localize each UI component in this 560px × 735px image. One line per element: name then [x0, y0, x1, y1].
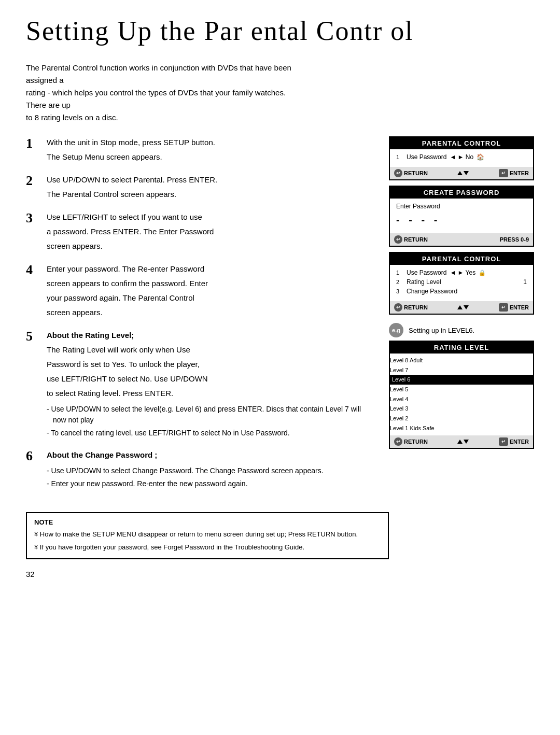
- down-arrow-icon-3: [464, 440, 469, 444]
- page-number: 32: [26, 570, 534, 578]
- panel3-row2-label: Rating Level: [407, 278, 441, 286]
- down-arrow-icon-2: [464, 305, 469, 309]
- enter-icon-3: ↵: [499, 437, 508, 446]
- step-3: 3 Use LEFT/RIGHT to select If you want t…: [26, 211, 373, 255]
- eg-row: e.g Setting up in LEVEL6.: [389, 323, 534, 337]
- panel3-title: PARENTAL CONTROL: [390, 253, 533, 265]
- panel2-enter-label: Enter Password: [396, 203, 527, 210]
- step-1-text: With the unit in Stop mode, press SETUP …: [47, 136, 215, 165]
- panel1-body: 1 Use Password ◄ ► No 🏠: [390, 149, 533, 167]
- panel3-row1-value: ◄ ► Yes: [450, 269, 475, 276]
- panel3-row2-num: 2: [396, 279, 403, 285]
- return-circle-icon: ↩: [394, 169, 402, 177]
- main-content: 1 With the unit in Stop mode, press SETU…: [26, 136, 534, 500]
- step-5-text: About the Rating Level; The Rating Level…: [47, 329, 373, 441]
- panel3-row2-value: 1: [523, 278, 527, 286]
- note-bullet-2: ¥ If you have forgotten your password, s…: [34, 542, 381, 553]
- panel1-row1-value: ◄ ► No: [450, 153, 473, 161]
- rating-level-item: Level 7: [390, 365, 533, 375]
- step-1: 1 With the unit in Stop mode, press SETU…: [26, 136, 373, 165]
- panel3-row1-num: 1: [396, 270, 403, 276]
- panel4-footer: ↩ RETURN ↵ ENTER: [390, 435, 533, 448]
- rating-level-item: Level 1 Kids Safe: [390, 423, 533, 433]
- rating-level-panel: RATING LEVEL Level 8 AdultLevel 7Level 6…: [389, 341, 534, 449]
- up-arrow-icon-3: [457, 440, 463, 444]
- panel2-return-btn: ↩ RETURN: [394, 235, 428, 244]
- panel3-enter-btn: ↵ ENTER: [499, 303, 529, 312]
- return-circle-icon-4: ↩: [394, 437, 402, 446]
- return-circle-icon-3: ↩: [394, 303, 402, 312]
- enter-icon: ↵: [499, 169, 508, 177]
- panel4-title: RATING LEVEL: [390, 342, 533, 354]
- panel3-row3-label: Change Password: [407, 288, 457, 295]
- panel3-return-btn: ↩ RETURN: [394, 303, 428, 312]
- panel4-body: Level 8 AdultLevel 7Level 6Level 5Level …: [390, 354, 533, 435]
- panel2-title: CREATE PASSWORD: [390, 187, 533, 199]
- panel3-footer: ↩ RETURN ↵ ENTER: [390, 301, 533, 314]
- password-dashes: - - - -: [396, 214, 527, 226]
- step-5: 5 About the Rating Level; The Rating Lev…: [26, 329, 373, 441]
- steps-column: 1 With the unit in Stop mode, press SETU…: [26, 136, 373, 500]
- note-label: NOTE: [34, 518, 381, 526]
- intro-text: The Parental Control function works in c…: [26, 62, 306, 124]
- panel4-return-btn: ↩ RETURN: [394, 437, 428, 446]
- rating-level-item: Level 4: [390, 394, 533, 404]
- panel1-updown: [457, 171, 469, 175]
- step-6-text: About the Change Password ; Use UP/DOWN …: [47, 449, 324, 491]
- note-bullet-1: ¥ How to make the SETUP MENU disappear o…: [34, 529, 381, 540]
- panel4-enter-btn: ↵ ENTER: [499, 437, 529, 446]
- lock-icon: 🔒: [479, 270, 486, 276]
- step-2-num: 2: [26, 174, 40, 189]
- step-6-bullets: Use UP/DOWN to select Change Password. T…: [47, 465, 324, 489]
- note-box: NOTE ¥ How to make the SETUP MENU disapp…: [26, 512, 389, 559]
- rating-level-item: Level 5: [390, 385, 533, 394]
- panel3-updown: [457, 305, 469, 309]
- panel2-press-text: PRESS 0-9: [500, 236, 529, 243]
- panel2-footer: ↩ RETURN PRESS 0-9: [390, 233, 533, 246]
- panel3-row1-label: Use Password: [407, 269, 446, 276]
- rating-level-item: Level 8 Adult: [390, 356, 533, 365]
- rating-level-item: Level 2: [390, 414, 533, 423]
- note-text: ¥ How to make the SETUP MENU disappear o…: [34, 529, 381, 553]
- rating-level-item: Level 6: [390, 375, 533, 385]
- up-arrow-icon-2: [457, 305, 463, 309]
- step-5-num: 5: [26, 329, 40, 344]
- up-arrow-icon: [457, 171, 463, 175]
- step-4-num: 4: [26, 263, 40, 278]
- step-3-text: Use LEFT/RIGHT to select If you want to …: [47, 211, 214, 255]
- page-title: Setting Up the Par ental Contr ol: [26, 16, 534, 46]
- step-6: 6 About the Change Password ; Use UP/DOW…: [26, 449, 373, 491]
- right-panels: PARENTAL CONTROL 1 Use Password ◄ ► No 🏠…: [389, 136, 534, 454]
- step-1-num: 1: [26, 136, 40, 151]
- step-3-num: 3: [26, 211, 40, 226]
- eg-badge: e.g: [389, 323, 403, 337]
- home-icon: 🏠: [477, 153, 484, 161]
- panel1-title: PARENTAL CONTROL: [390, 137, 533, 149]
- step-4-text: Enter your password. The Re-enter Passwo…: [47, 263, 208, 321]
- panel1-row1-num: 1: [396, 154, 403, 160]
- panel1-row1-label: Use Password: [407, 153, 446, 161]
- parental-control-panel-1: PARENTAL CONTROL 1 Use Password ◄ ► No 🏠…: [389, 136, 534, 180]
- step-6-num: 6: [26, 449, 40, 464]
- panel4-updown: [457, 440, 469, 444]
- panel2-body: Enter Password - - - -: [390, 199, 533, 233]
- parental-control-panel-2: PARENTAL CONTROL 1 Use Password ◄ ► Yes …: [389, 252, 534, 315]
- panel3-body: 1 Use Password ◄ ► Yes 🔒 2 Rating Level …: [390, 265, 533, 301]
- down-arrow-icon: [464, 171, 469, 175]
- step-4: 4 Enter your password. The Re-enter Pass…: [26, 263, 373, 321]
- create-password-panel: CREATE PASSWORD Enter Password - - - - ↩…: [389, 186, 534, 247]
- panel1-enter-btn: ↵ ENTER: [499, 169, 529, 177]
- panel1-return-btn: ↩ RETURN: [394, 169, 428, 177]
- step-5-bullets: Use UP/DOWN to select the level(e.g. Lev…: [47, 404, 373, 439]
- step-2-text: Use UP/DOWN to select Parental. Press EN…: [47, 174, 217, 203]
- rating-level-item: Level 3: [390, 404, 533, 414]
- return-circle-icon-2: ↩: [394, 235, 402, 244]
- panel3-row3-num: 3: [396, 288, 403, 294]
- step-2: 2 Use UP/DOWN to select Parental. Press …: [26, 174, 373, 203]
- panel1-footer: ↩ RETURN ↵ ENTER: [390, 167, 533, 179]
- eg-text: Setting up in LEVEL6.: [409, 327, 474, 334]
- enter-icon-2: ↵: [499, 303, 508, 312]
